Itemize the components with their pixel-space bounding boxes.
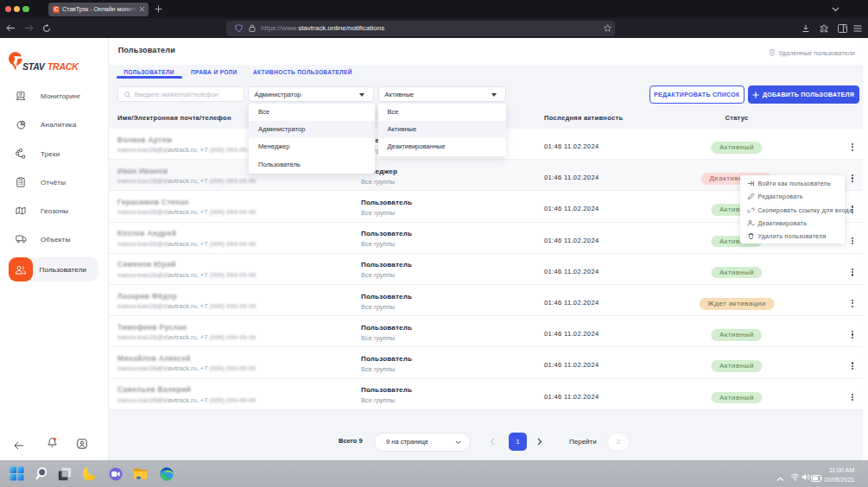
svg-text:STAV: STAV xyxy=(22,61,46,71)
svg-text:TRACK: TRACK xyxy=(48,61,79,71)
